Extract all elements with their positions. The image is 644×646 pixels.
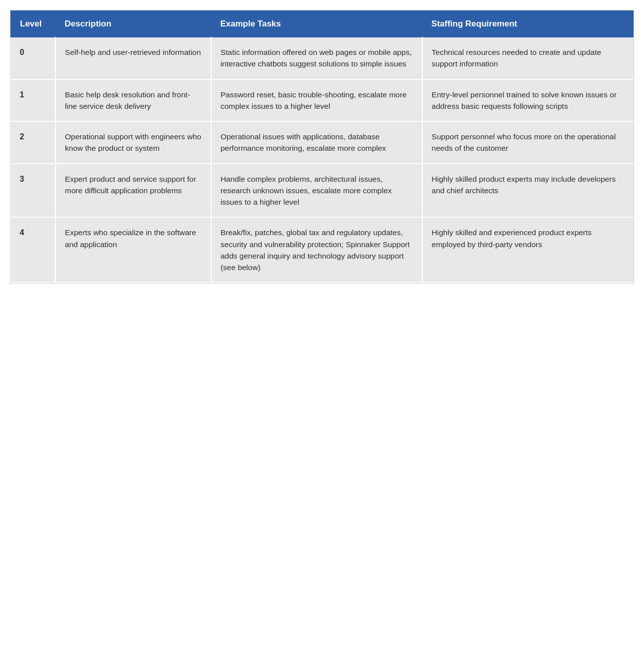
cell-level-1: 1	[11, 79, 56, 122]
cell-level-3: 3	[11, 164, 56, 218]
cell-description-4: Experts who specialize in the software a…	[55, 217, 211, 283]
cell-description-2: Operational support with engineers who k…	[55, 121, 211, 164]
header-staffing: Staffing Requirement	[422, 11, 634, 37]
table-row: 3Expert product and service support for …	[11, 164, 634, 218]
cell-tasks-1: Password reset, basic trouble-shooting, …	[211, 79, 422, 122]
cell-tasks-4: Break/fix, patches, global tax and regul…	[211, 217, 422, 283]
table-row: 0Self-help and user-retrieved informatio…	[11, 37, 634, 79]
table-row: 1Basic help desk resolution and front-li…	[11, 79, 634, 122]
cell-description-0: Self-help and user-retrieved information	[55, 37, 211, 79]
cell-tasks-2: Operational issues with applications, da…	[211, 121, 422, 164]
cell-staffing-1: Entry-level personnel trained to solve k…	[422, 79, 634, 122]
cell-staffing-3: Highly skilled product experts may inclu…	[422, 164, 634, 218]
cell-description-1: Basic help desk resolution and front-lin…	[55, 79, 211, 122]
cell-level-2: 2	[11, 121, 56, 164]
header-level: Level	[11, 11, 56, 37]
table-header-row: Level Description Example Tasks Staffing…	[11, 11, 634, 37]
cell-tasks-3: Handle complex problems, architectural i…	[211, 164, 422, 218]
header-description: Description	[55, 11, 211, 37]
support-levels-table: Level Description Example Tasks Staffing…	[10, 10, 634, 284]
cell-staffing-2: Support personnel who focus more on the …	[422, 121, 634, 164]
cell-staffing-4: Highly skilled and experienced product e…	[422, 217, 634, 283]
cell-staffing-0: Technical resources needed to create and…	[422, 37, 634, 79]
table-row: 4Experts who specialize in the software …	[11, 217, 634, 283]
cell-tasks-0: Static information offered on web pages …	[211, 37, 422, 79]
cell-level-0: 0	[11, 37, 56, 79]
table-row: 2Operational support with engineers who …	[11, 121, 634, 164]
header-tasks: Example Tasks	[211, 11, 422, 37]
cell-level-4: 4	[11, 217, 56, 283]
cell-description-3: Expert product and service support for m…	[55, 164, 211, 218]
